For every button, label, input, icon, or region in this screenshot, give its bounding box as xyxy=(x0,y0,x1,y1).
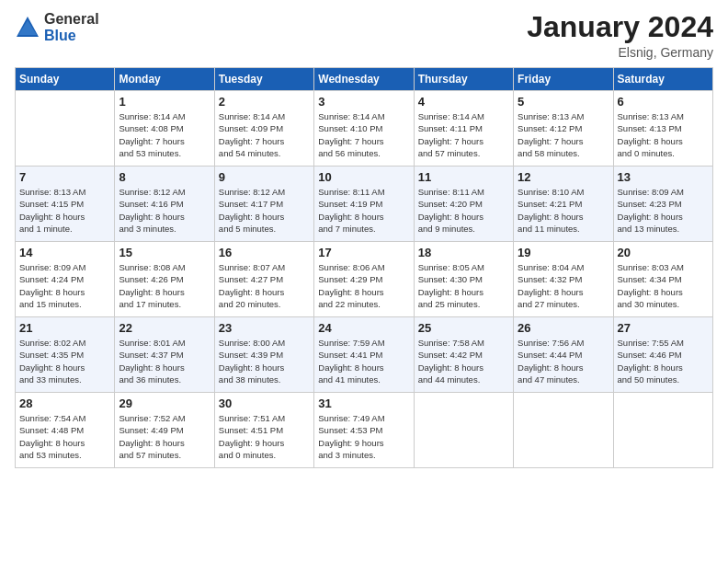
table-row: 19Sunrise: 8:04 AMSunset: 4:32 PMDayligh… xyxy=(514,242,613,317)
day-number: 9 xyxy=(219,170,310,184)
day-info: Sunrise: 8:06 AMSunset: 4:29 PMDaylight:… xyxy=(318,261,409,310)
table-row xyxy=(514,393,613,468)
day-info: Sunrise: 7:59 AMSunset: 4:41 PMDaylight:… xyxy=(318,337,409,385)
day-info: Sunrise: 8:08 AMSunset: 4:26 PMDaylight:… xyxy=(119,261,210,310)
table-row: 31Sunrise: 7:49 AMSunset: 4:53 PMDayligh… xyxy=(314,393,414,468)
table-row: 30Sunrise: 7:51 AMSunset: 4:51 PMDayligh… xyxy=(214,393,313,468)
svg-marker-1 xyxy=(18,20,37,35)
day-number: 10 xyxy=(318,170,409,184)
calendar-week-row: 21Sunrise: 8:02 AMSunset: 4:35 PMDayligh… xyxy=(16,317,713,393)
day-info: Sunrise: 8:01 AMSunset: 4:37 PMDaylight:… xyxy=(119,337,210,385)
day-number: 3 xyxy=(318,95,409,109)
day-info: Sunrise: 7:49 AMSunset: 4:53 PMDaylight:… xyxy=(318,412,409,461)
header: General Blue January 2024 Elsnig, German… xyxy=(15,11,713,60)
day-info: Sunrise: 8:14 AMSunset: 4:11 PMDaylight:… xyxy=(418,110,509,159)
day-info: Sunrise: 8:02 AMSunset: 4:35 PMDaylight:… xyxy=(19,337,110,385)
col-monday: Monday xyxy=(115,68,214,91)
day-info: Sunrise: 8:03 AMSunset: 4:34 PMDaylight:… xyxy=(618,261,709,310)
day-number: 8 xyxy=(119,170,210,184)
table-row: 28Sunrise: 7:54 AMSunset: 4:48 PMDayligh… xyxy=(16,393,115,468)
day-number: 1 xyxy=(119,95,210,109)
table-row: 27Sunrise: 7:55 AMSunset: 4:46 PMDayligh… xyxy=(613,317,712,393)
day-number: 31 xyxy=(318,396,409,410)
day-number: 18 xyxy=(418,246,509,259)
page: General Blue January 2024 Elsnig, German… xyxy=(0,0,728,563)
day-info: Sunrise: 8:11 AMSunset: 4:20 PMDaylight:… xyxy=(418,186,509,235)
day-info: Sunrise: 8:13 AMSunset: 4:15 PMDaylight:… xyxy=(19,186,110,235)
day-info: Sunrise: 8:14 AMSunset: 4:09 PMDaylight:… xyxy=(219,110,310,159)
day-info: Sunrise: 8:10 AMSunset: 4:21 PMDaylight:… xyxy=(518,186,609,235)
day-number: 14 xyxy=(19,246,110,259)
day-number: 28 xyxy=(19,396,110,410)
day-info: Sunrise: 8:12 AMSunset: 4:17 PMDaylight:… xyxy=(219,186,310,235)
calendar-table: Sunday Monday Tuesday Wednesday Thursday… xyxy=(15,67,713,468)
day-number: 27 xyxy=(618,321,709,335)
table-row xyxy=(414,393,513,468)
calendar-header-row: Sunday Monday Tuesday Wednesday Thursday… xyxy=(16,68,713,91)
calendar-week-row: 1Sunrise: 8:14 AMSunset: 4:08 PMDaylight… xyxy=(16,91,713,167)
day-info: Sunrise: 8:12 AMSunset: 4:16 PMDaylight:… xyxy=(119,186,210,235)
table-row: 20Sunrise: 8:03 AMSunset: 4:34 PMDayligh… xyxy=(613,242,712,317)
logo-general: General xyxy=(44,11,99,28)
month-year-title: January 2024 xyxy=(527,11,713,43)
logo: General Blue xyxy=(15,11,99,43)
table-row: 8Sunrise: 8:12 AMSunset: 4:16 PMDaylight… xyxy=(115,167,214,242)
day-number: 19 xyxy=(518,246,609,259)
day-info: Sunrise: 7:51 AMSunset: 4:51 PMDaylight:… xyxy=(219,412,310,461)
day-number: 5 xyxy=(518,95,609,109)
day-info: Sunrise: 8:09 AMSunset: 4:23 PMDaylight:… xyxy=(618,186,709,235)
table-row xyxy=(16,91,115,167)
day-number: 7 xyxy=(19,170,110,184)
day-number: 15 xyxy=(119,246,210,259)
table-row: 24Sunrise: 7:59 AMSunset: 4:41 PMDayligh… xyxy=(314,317,414,393)
col-friday: Friday xyxy=(514,68,613,91)
day-number: 22 xyxy=(119,321,210,335)
day-number: 26 xyxy=(518,321,609,335)
table-row: 18Sunrise: 8:05 AMSunset: 4:30 PMDayligh… xyxy=(414,242,513,317)
day-number: 16 xyxy=(219,246,310,259)
day-info: Sunrise: 8:14 AMSunset: 4:08 PMDaylight:… xyxy=(119,110,210,159)
day-info: Sunrise: 8:00 AMSunset: 4:39 PMDaylight:… xyxy=(219,337,310,385)
day-info: Sunrise: 8:09 AMSunset: 4:24 PMDaylight:… xyxy=(19,261,110,310)
table-row: 13Sunrise: 8:09 AMSunset: 4:23 PMDayligh… xyxy=(613,167,712,242)
table-row: 11Sunrise: 8:11 AMSunset: 4:20 PMDayligh… xyxy=(414,167,513,242)
table-row: 22Sunrise: 8:01 AMSunset: 4:37 PMDayligh… xyxy=(115,317,214,393)
day-info: Sunrise: 7:56 AMSunset: 4:44 PMDaylight:… xyxy=(518,337,609,385)
table-row: 2Sunrise: 8:14 AMSunset: 4:09 PMDaylight… xyxy=(214,91,313,167)
col-tuesday: Tuesday xyxy=(214,68,313,91)
table-row: 21Sunrise: 8:02 AMSunset: 4:35 PMDayligh… xyxy=(16,317,115,393)
day-number: 29 xyxy=(119,396,210,410)
logo-icon xyxy=(15,15,40,40)
table-row: 25Sunrise: 7:58 AMSunset: 4:42 PMDayligh… xyxy=(414,317,513,393)
table-row: 26Sunrise: 7:56 AMSunset: 4:44 PMDayligh… xyxy=(514,317,613,393)
table-row: 1Sunrise: 8:14 AMSunset: 4:08 PMDaylight… xyxy=(115,91,214,167)
table-row: 29Sunrise: 7:52 AMSunset: 4:49 PMDayligh… xyxy=(115,393,214,468)
day-number: 6 xyxy=(618,95,709,109)
logo-blue: Blue xyxy=(44,28,99,44)
day-number: 13 xyxy=(618,170,709,184)
col-wednesday: Wednesday xyxy=(314,68,414,91)
table-row: 12Sunrise: 8:10 AMSunset: 4:21 PMDayligh… xyxy=(514,167,613,242)
day-number: 2 xyxy=(219,95,310,109)
logo-text: General Blue xyxy=(44,11,99,43)
table-row: 15Sunrise: 8:08 AMSunset: 4:26 PMDayligh… xyxy=(115,242,214,317)
table-row: 14Sunrise: 8:09 AMSunset: 4:24 PMDayligh… xyxy=(16,242,115,317)
table-row: 10Sunrise: 8:11 AMSunset: 4:19 PMDayligh… xyxy=(314,167,414,242)
table-row: 23Sunrise: 8:00 AMSunset: 4:39 PMDayligh… xyxy=(214,317,313,393)
day-number: 30 xyxy=(219,396,310,410)
day-number: 11 xyxy=(418,170,509,184)
day-info: Sunrise: 7:52 AMSunset: 4:49 PMDaylight:… xyxy=(119,412,210,461)
table-row: 7Sunrise: 8:13 AMSunset: 4:15 PMDaylight… xyxy=(16,167,115,242)
day-number: 25 xyxy=(418,321,509,335)
day-info: Sunrise: 8:13 AMSunset: 4:12 PMDaylight:… xyxy=(518,110,609,159)
table-row: 17Sunrise: 8:06 AMSunset: 4:29 PMDayligh… xyxy=(314,242,414,317)
col-sunday: Sunday xyxy=(16,68,115,91)
table-row: 6Sunrise: 8:13 AMSunset: 4:13 PMDaylight… xyxy=(613,91,712,167)
table-row: 4Sunrise: 8:14 AMSunset: 4:11 PMDaylight… xyxy=(414,91,513,167)
day-info: Sunrise: 7:54 AMSunset: 4:48 PMDaylight:… xyxy=(19,412,110,461)
calendar-week-row: 7Sunrise: 8:13 AMSunset: 4:15 PMDaylight… xyxy=(16,167,713,242)
day-info: Sunrise: 8:07 AMSunset: 4:27 PMDaylight:… xyxy=(219,261,310,310)
day-number: 17 xyxy=(318,246,409,259)
col-saturday: Saturday xyxy=(613,68,712,91)
day-info: Sunrise: 8:11 AMSunset: 4:19 PMDaylight:… xyxy=(318,186,409,235)
